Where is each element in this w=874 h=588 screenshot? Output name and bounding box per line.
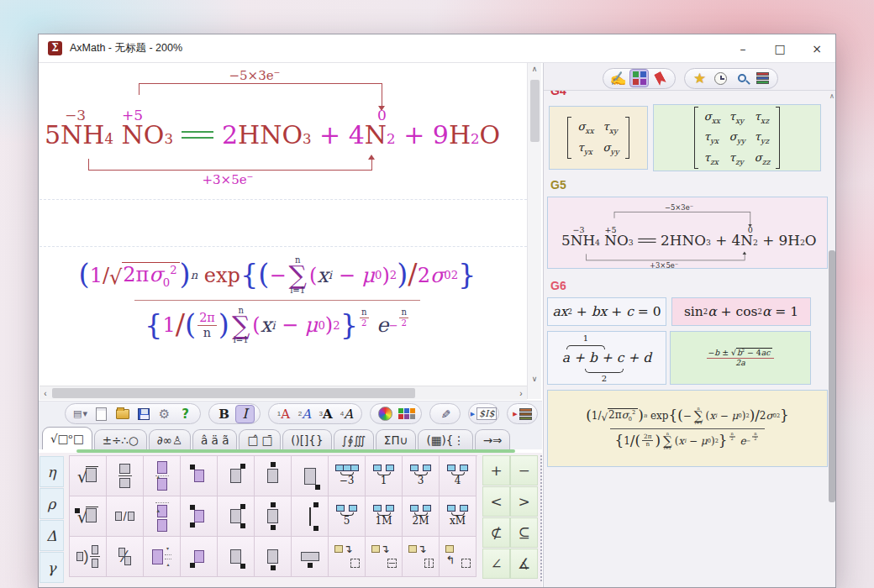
template-eval-bar[interactable]	[292, 496, 329, 537]
formula-editor-canvas[interactable]: −5×3e⁻ −3 +5 0 5NH4 NO32HNO3 + 4N2 + 9H2…	[39, 63, 527, 386]
template-group-5[interactable]: 5	[329, 496, 366, 537]
template-pre-sub-sup[interactable]	[181, 496, 218, 537]
scroll-down-icon[interactable]: ∨	[528, 375, 541, 383]
tab-1[interactable]: √□ᵒ□	[42, 427, 92, 449]
template-group-minus3[interactable]: −3	[329, 456, 366, 496]
font-style-2-button[interactable]: 2A	[295, 405, 314, 423]
template-over[interactable]	[255, 456, 292, 496]
template-group-1[interactable]: 1	[366, 456, 403, 496]
search-button[interactable]	[732, 69, 751, 87]
template-copy-vfill[interactable]: ↴	[403, 537, 440, 577]
template-stack-above[interactable]: ▴	[144, 456, 181, 496]
chemistry-equation[interactable]: −5×3e⁻ −3 +5 0 5NH4 NO32HNO3 + 4N2 + 9H2…	[45, 70, 515, 197]
template-card-matrix3[interactable]: σxxτxyτxzτyxσyyτyzτzxτzyσzz	[653, 104, 821, 171]
template-inline-fraction[interactable]: /	[107, 496, 144, 537]
vertical-scroll-thumb[interactable]	[530, 80, 540, 142]
template-fraction[interactable]	[107, 456, 144, 496]
template-group-4[interactable]: 4	[440, 456, 476, 496]
panel-scroll-up-icon[interactable]: ∧	[828, 92, 836, 100]
panel-scroll-thumb[interactable]	[829, 250, 835, 502]
symbol-⊆[interactable]: ⊆	[510, 517, 538, 548]
handwrite-panel-button[interactable]: ✍	[608, 69, 628, 87]
tab-6[interactable]: ()[]{}	[282, 429, 331, 449]
template-side-limits[interactable]: ▴▴	[144, 537, 181, 577]
tab-8[interactable]: ΣΠ∪	[376, 429, 417, 449]
tab-5[interactable]: □̂ □̄	[239, 429, 281, 449]
symbol->[interactable]: >	[510, 486, 538, 517]
tab-4[interactable]: â ä ã	[192, 429, 237, 449]
tab-7[interactable]: ∫∮∭	[334, 429, 374, 449]
color-swatches-button[interactable]	[397, 405, 416, 423]
recent-symbol-γ[interactable]: γ	[39, 552, 64, 583]
template-long-division[interactable]: )	[70, 537, 107, 577]
template-pre-superscript[interactable]	[181, 456, 218, 496]
close-button[interactable]: ×	[798, 34, 835, 63]
template-eval-sub[interactable]	[292, 456, 329, 496]
template-copy-box[interactable]: ↴	[329, 537, 366, 577]
scroll-left-icon[interactable]: ‹	[39, 386, 51, 400]
symbol-<[interactable]: <	[482, 486, 510, 517]
template-skewed-fraction[interactable]: ∕	[107, 537, 144, 577]
template-group-3[interactable]: 3	[403, 456, 440, 496]
template-stack-below[interactable]: ▴	[144, 496, 181, 537]
symbol-⊄[interactable]: ⊄	[482, 517, 510, 548]
scroll-right-icon[interactable]: ›	[515, 386, 527, 400]
statistics-formula[interactable]: (1/√2πσ02)n exp{(−n∑i=1(xi − μ0)2)/2σ02}…	[39, 256, 515, 344]
template-card-statistics[interactable]: (1/√2πσ02)n exp{(−n∑i=1(xi − μ0)2)/2σ02}…	[547, 390, 828, 467]
help-button[interactable]: ?	[176, 405, 195, 423]
settings-button[interactable]: ⚙	[155, 405, 174, 423]
template-card-braces[interactable]: 1 a + b + c + d 2	[547, 331, 666, 385]
scroll-up-icon[interactable]: ∧	[528, 65, 541, 73]
symbol-∠[interactable]: ∠	[482, 549, 510, 579]
template-move-back[interactable]: ↰	[440, 537, 476, 577]
template-card-trig-identity[interactable]: sin2α + cos2α = 1	[671, 297, 811, 326]
bold-button[interactable]: B	[214, 405, 234, 423]
template-group-1M[interactable]: 1M	[366, 496, 403, 537]
recent-symbol-η[interactable]: η	[39, 456, 64, 487]
library-button[interactable]: ▶	[513, 405, 532, 423]
tab-9[interactable]: (▦){⋮	[418, 429, 472, 449]
template-card-quadratic-eq[interactable]: ax2 + bx + c = 0	[547, 297, 666, 326]
template-group-2M[interactable]: 2M	[403, 496, 440, 537]
template-copy-hfill[interactable]: ↴	[366, 537, 403, 577]
italic-button[interactable]: I	[235, 405, 255, 423]
open-button[interactable]	[113, 405, 132, 423]
template-over-under[interactable]	[255, 496, 292, 537]
template-under[interactable]	[255, 537, 292, 577]
template-wide-under[interactable]	[292, 537, 329, 577]
template-nth-root[interactable]: √	[70, 496, 107, 537]
template-gallery-button[interactable]	[629, 69, 649, 87]
recent-button[interactable]	[711, 69, 730, 87]
template-sub-sup[interactable]	[218, 496, 255, 537]
template-sqrt[interactable]: √	[70, 456, 107, 496]
symbol-−[interactable]: −	[510, 455, 538, 486]
panel-scrollbar[interactable]: ∧	[828, 91, 836, 588]
editor-horizontal-scrollbar[interactable]: ‹ ›	[39, 386, 527, 400]
save-button[interactable]	[134, 405, 153, 423]
maximize-button[interactable]: □	[761, 34, 798, 63]
tab-3[interactable]: ∂∞♙	[149, 429, 191, 449]
symbol-+[interactable]: +	[482, 455, 510, 486]
favorites-button[interactable]: ★	[690, 69, 709, 87]
template-pre-subscript[interactable]	[181, 537, 218, 577]
font-style-4-button[interactable]: 4A	[337, 405, 356, 423]
template-card-quadratic-formula[interactable]: −b ± √b2 − 4ac2a	[670, 331, 811, 385]
horizontal-scroll-thumb[interactable]	[52, 388, 415, 398]
recent-symbol-Δ[interactable]: Δ	[39, 520, 64, 551]
title-bar[interactable]: Σ AxMath - 无标题 - 200% – □ ×	[39, 34, 835, 63]
editor-vertical-scrollbar[interactable]: ∧ ∨	[527, 63, 541, 399]
color-wheel-button[interactable]	[376, 405, 395, 423]
symbol-∡[interactable]: ∡	[510, 549, 538, 579]
tab-2[interactable]: ±÷∴○	[94, 429, 147, 449]
tab-10[interactable]: →⇒	[475, 429, 511, 449]
menu-button[interactable]: ▤▾	[71, 405, 90, 423]
template-superscript[interactable]	[218, 456, 255, 496]
new-document-button[interactable]	[92, 405, 111, 423]
template-card-matrix2[interactable]: σxxτxyτyxσyy	[549, 106, 648, 170]
handwriting-button[interactable]: ✎	[435, 405, 455, 423]
font-style-1-button[interactable]: 1A	[274, 405, 293, 423]
recent-symbol-ρ[interactable]: ρ	[39, 488, 64, 519]
library-panel-button[interactable]	[753, 69, 772, 87]
font-style-3-button[interactable]: 3A	[316, 405, 335, 423]
bookmark-panel-button[interactable]	[650, 69, 670, 87]
